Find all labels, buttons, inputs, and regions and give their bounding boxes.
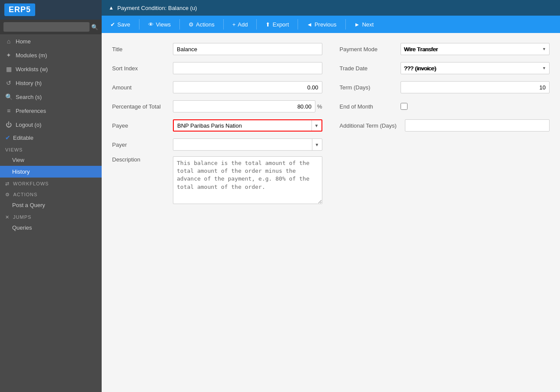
trade-date-row: Trade Date ??? (invoice) ??? (invoice) (340, 61, 550, 76)
percentage-label: Percentage of Total (112, 103, 173, 110)
form-left-column: Title Sort Index Amount Percentage of To… (112, 42, 322, 208)
sort-index-input[interactable] (173, 62, 322, 74)
sidebar-item-history[interactable]: ↺ History (h) (0, 76, 102, 90)
payee-select[interactable]: ▼ (173, 119, 322, 132)
title-input[interactable] (173, 43, 322, 55)
search-nav-icon: 🔍 (5, 93, 12, 100)
payer-row: Payer ▼ (112, 137, 322, 152)
payment-mode-label: Payment Mode (340, 46, 401, 53)
sidebar-sub-post-query[interactable]: Post a Query (0, 199, 102, 211)
sidebar-item-modules-label: Modules (m) (16, 52, 47, 59)
editable-check-icon: ✔ (5, 134, 10, 141)
breadcrumb-text: Payment Condition: Balance (u) (117, 5, 197, 11)
views-section-label: VIEWS (0, 144, 102, 154)
end-of-month-label: End of Month (340, 103, 401, 110)
sort-index-row: Sort Index (112, 61, 322, 76)
sidebar-sub-queries[interactable]: Queries (0, 222, 102, 234)
payer-select[interactable]: ▼ (173, 138, 322, 151)
sidebar-item-preferences-label: Preferences (16, 108, 46, 114)
sidebar-item-preferences[interactable]: ≡ Preferences (0, 104, 102, 118)
sidebar-item-logout-label: Logout (o) (16, 122, 41, 128)
previous-button[interactable]: ◄ Previous (302, 19, 341, 30)
workflows-icon: ⇄ (5, 181, 10, 186)
save-icon: ✔ (110, 21, 115, 28)
toolbar-sep-3 (223, 19, 224, 30)
previous-label: Previous (315, 21, 337, 28)
payer-label: Payer (112, 142, 173, 148)
sidebar-item-worklists-label: Worklists (w) (16, 66, 48, 72)
next-icon: ► (355, 21, 360, 28)
views-icon: 👁 (148, 21, 154, 28)
worklists-icon: ▦ (5, 66, 12, 72)
next-button[interactable]: ► Next (349, 19, 379, 30)
editable-item[interactable]: ✔ Editable (0, 132, 102, 144)
toolbar-sep-5 (298, 19, 298, 30)
search-icon[interactable]: 🔍 (91, 24, 98, 30)
toolbar-sep-6 (345, 19, 346, 30)
logo: ERP5 (4, 3, 35, 16)
actions-label: Actions (196, 21, 215, 28)
trade-date-select[interactable]: ??? (invoice) ??? (invoice) (401, 62, 550, 74)
payer-input[interactable] (173, 139, 312, 150)
workflows-section-label: ⇄ WORKFLOWS (0, 178, 102, 188)
breadcrumb-arrow: ▲ (109, 5, 114, 11)
export-button[interactable]: ⬆ Export (260, 19, 294, 30)
amount-input[interactable] (173, 81, 322, 93)
sidebar-item-logout[interactable]: ⏻ Logout (o) (0, 118, 102, 132)
percentage-row: Percentage of Total % (112, 99, 322, 114)
term-days-label: Term (Days) (340, 84, 401, 91)
queries-label: Queries (12, 224, 32, 231)
actions-icon: ⚙ (5, 192, 10, 197)
payee-input[interactable] (174, 120, 311, 131)
main: ▲ Payment Condition: Balance (u) ✔ Save … (102, 0, 560, 392)
sidebar-sub-history[interactable]: History (0, 166, 102, 178)
amount-row: Amount (112, 80, 322, 95)
add-icon: + (232, 21, 236, 28)
additional-term-label: Additional Term (Days) (340, 122, 405, 129)
additional-term-input[interactable] (405, 119, 550, 132)
percentage-input[interactable] (173, 100, 315, 112)
sidebar-item-modules[interactable]: ✦ Modules (m) (0, 48, 102, 62)
view-label: View (12, 157, 24, 163)
sidebar-item-search[interactable]: 🔍 Search (s) (0, 90, 102, 104)
save-button[interactable]: ✔ Save (105, 19, 136, 30)
editable-label: Editable (13, 135, 33, 141)
description-row: Description This balance is the total am… (112, 156, 322, 204)
export-icon: ⬆ (265, 21, 270, 28)
toolbar: ✔ Save 👁 Views ⚙ Actions + Add ⬆ Export … (102, 16, 560, 33)
save-label: Save (117, 21, 130, 28)
search-bar: 🔍 (0, 20, 102, 34)
payee-row: Payee ▼ (112, 118, 322, 133)
export-label: Export (272, 21, 289, 28)
content: Title Sort Index Amount Percentage of To… (102, 33, 560, 392)
history-icon: ↺ (5, 79, 12, 86)
payment-mode-select[interactable]: Wire Transfer Wire Transfer (401, 43, 550, 55)
payee-label: Payee (112, 122, 173, 129)
payer-dropdown-button[interactable]: ▼ (312, 139, 322, 150)
term-days-input[interactable] (401, 81, 550, 93)
previous-icon: ◄ (307, 21, 312, 28)
trade-date-label: Trade Date (340, 65, 401, 72)
add-button[interactable]: + Add (227, 19, 253, 30)
sidebar-item-home[interactable]: ⌂ Home (0, 34, 102, 48)
end-of-month-checkbox[interactable] (401, 103, 408, 110)
payment-mode-dropdown[interactable]: Wire Transfer (401, 43, 550, 55)
sidebar-sub-view[interactable]: View (0, 154, 102, 166)
views-button[interactable]: 👁 Views (143, 19, 176, 30)
sidebar-item-worklists[interactable]: ▦ Worklists (w) (0, 62, 102, 76)
history-sub-label: History (12, 168, 30, 175)
trade-date-dropdown[interactable]: ??? (invoice) (401, 62, 550, 74)
sidebar-item-search-label: Search (s) (16, 94, 42, 100)
jumps-icon: ✕ (5, 214, 10, 220)
percentage-suffix: % (317, 103, 322, 110)
description-textarea[interactable]: This balance is the total amount of the … (173, 156, 322, 204)
sidebar: ERP5 🔍 ⌂ Home ✦ Modules (m) ▦ Worklists … (0, 0, 102, 392)
next-label: Next (362, 21, 374, 28)
home-icon: ⌂ (5, 38, 12, 45)
actions-button[interactable]: ⚙ Actions (183, 19, 220, 30)
search-input[interactable] (3, 22, 89, 32)
sidebar-header: ERP5 (0, 0, 102, 20)
toolbar-sep-2 (179, 19, 180, 30)
form-right-column: Payment Mode Wire Transfer Wire Transfer… (340, 42, 550, 208)
payee-dropdown-button[interactable]: ▼ (311, 120, 321, 131)
